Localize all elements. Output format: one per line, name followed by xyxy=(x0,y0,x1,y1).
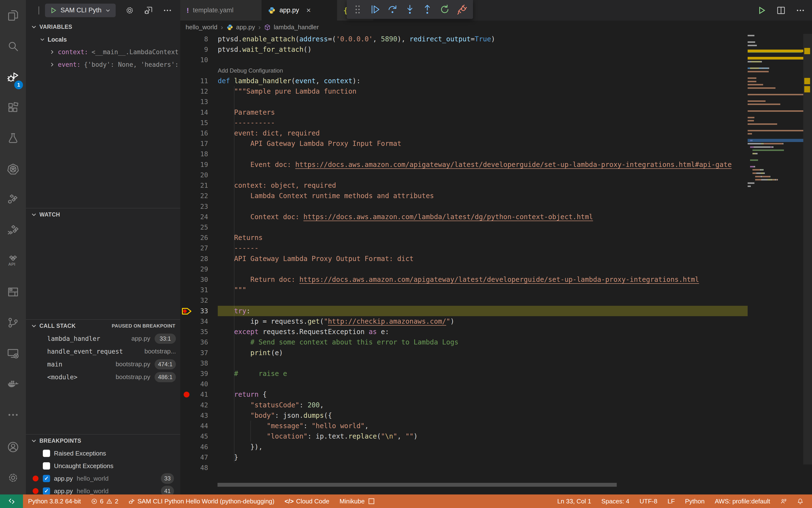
code-line-9[interactable]: 9ptvsd.wait_for_attach() xyxy=(180,44,747,55)
code-line-42[interactable]: 42 "statusCode": 200, xyxy=(180,400,747,410)
code-line-20[interactable]: 20 xyxy=(180,170,747,180)
debug-step-into-button[interactable] xyxy=(402,2,417,17)
code-line-25[interactable]: 25 xyxy=(180,222,747,232)
variables-header[interactable]: VARIABLES xyxy=(26,20,180,33)
debug-restart-button[interactable] xyxy=(437,2,452,17)
gutter[interactable]: 29 xyxy=(180,264,218,274)
code-line-26[interactable]: 26 Returns xyxy=(180,232,747,243)
debug-console-button[interactable] xyxy=(144,6,154,15)
code-line-23[interactable]: 23 xyxy=(180,201,747,212)
watch-header[interactable]: WATCH xyxy=(26,208,180,221)
code-line-22[interactable]: 22 Lambda Context runtime methods and at… xyxy=(180,190,747,201)
status-cursor-position[interactable]: Ln 33, Col 1 xyxy=(552,495,596,508)
status-language[interactable]: Python xyxy=(680,495,710,508)
activity-item-source-control[interactable] xyxy=(0,307,26,338)
gutter[interactable]: 20 xyxy=(180,170,218,180)
code-line-38[interactable]: 38 xyxy=(180,358,747,369)
activity-item-extensions[interactable] xyxy=(0,92,26,123)
breadcrumb-file[interactable]: app.py xyxy=(226,24,255,31)
breadcrumb-folder[interactable]: hello_world xyxy=(185,24,217,31)
code-line-17[interactable]: 17 API Gateway Lambda Proxy Input Format xyxy=(180,138,747,149)
status-eol[interactable]: LF xyxy=(663,495,680,508)
variables-scope-locals[interactable]: Locals xyxy=(26,33,180,46)
checkbox[interactable]: ✓ xyxy=(43,475,50,482)
code-line-16[interactable]: 16 event: dict, required xyxy=(180,128,747,138)
gutter[interactable]: 14 xyxy=(180,107,218,118)
activity-item-cloud-code[interactable] xyxy=(0,184,26,215)
activity-item-containers[interactable] xyxy=(0,277,26,307)
gutter[interactable]: 16 xyxy=(180,128,218,138)
breakpoint-item-33[interactable]: ✓app.pyhello_world33 xyxy=(26,472,180,485)
gutter[interactable]: 22 xyxy=(180,190,218,201)
code-line-28[interactable]: 28 API Gateway Lambda Proxy Output Forma… xyxy=(180,254,747,264)
remote-indicator[interactable] xyxy=(0,495,23,508)
tab-template-yaml[interactable]: ! template.yaml xyxy=(180,0,262,20)
activity-item-explorer[interactable] xyxy=(0,0,26,31)
activity-item-accounts[interactable] xyxy=(0,431,26,462)
gutter[interactable]: 31 xyxy=(180,285,218,295)
close-tab-icon[interactable]: × xyxy=(306,6,311,15)
gutter[interactable]: 13 xyxy=(180,96,218,107)
stack-frame-2[interactable]: mainbootstrap.py474:1 xyxy=(26,358,180,371)
activity-item-remote-explorer[interactable] xyxy=(0,338,26,369)
gutter[interactable]: 37 xyxy=(180,348,218,358)
gutter[interactable]: 39 xyxy=(180,369,218,379)
status-notifications[interactable] xyxy=(792,495,809,508)
gutter[interactable]: 46 xyxy=(180,442,218,452)
gutter[interactable]: 47 xyxy=(180,452,218,463)
code-line-31[interactable]: 31 """ xyxy=(180,285,747,295)
stack-frame-0[interactable]: lambda_handlerapp.py33:1 xyxy=(26,332,180,345)
gutter[interactable]: 38 xyxy=(180,358,218,369)
codelens-add-debug-configuration[interactable]: Add Debug Configuration xyxy=(180,65,747,76)
gutter[interactable]: 23 xyxy=(180,201,218,212)
gutter[interactable]: 24 xyxy=(180,212,218,222)
gutter[interactable]: 36 xyxy=(180,337,218,347)
debug-views-more-button[interactable] xyxy=(163,6,172,15)
code-line-34[interactable]: 34 ip = requests.get("http://checkip.ama… xyxy=(180,316,747,327)
code-line-43[interactable]: 43 "body": json.dumps({ xyxy=(180,410,747,421)
variable-row-event[interactable]: event: {'body': None, 'headers': … xyxy=(26,58,180,71)
code-line-35[interactable]: 35 except requests.RequestException as e… xyxy=(180,327,747,337)
gutter[interactable]: 32 xyxy=(180,295,218,305)
code-line-41[interactable]: 41 return { xyxy=(180,389,747,399)
activity-item-cloud-run[interactable] xyxy=(0,215,26,246)
gutter[interactable]: 33 xyxy=(180,306,218,316)
code-line-10[interactable]: 10 xyxy=(180,55,747,65)
breakpoint-exception-1[interactable]: Uncaught Exceptions xyxy=(26,460,180,472)
code-line-29[interactable]: 29 xyxy=(180,264,747,274)
status-cloud-code[interactable]: </>Cloud Code xyxy=(280,495,334,508)
activity-item-settings[interactable] xyxy=(0,462,26,493)
stack-frame-1[interactable]: handle_event_requestbootstrap... xyxy=(26,345,180,358)
minimap[interactable] xyxy=(747,34,803,203)
activity-item-run-and-debug[interactable]: 1 xyxy=(0,61,26,92)
status-indentation[interactable]: Spaces: 4 xyxy=(596,495,635,508)
launch-config-dropdown[interactable]: SAM CLI Pyth xyxy=(45,4,116,17)
checkbox[interactable]: ✓ xyxy=(43,488,50,495)
breadcrumb-symbol[interactable]: lambda_handler xyxy=(264,24,319,31)
editor-more-button[interactable] xyxy=(796,6,805,15)
code-line-19[interactable]: 19 Event doc: https://docs.aws.amazon.co… xyxy=(180,159,747,170)
breakpoints-header[interactable]: BREAKPOINTS xyxy=(26,434,180,447)
code-line-27[interactable]: 27 ------ xyxy=(180,243,747,253)
code-line-13[interactable]: 13 xyxy=(180,96,747,107)
code-line-21[interactable]: 21 context: object, required xyxy=(180,180,747,190)
gutter[interactable]: 45 xyxy=(180,431,218,441)
activity-item-testing[interactable] xyxy=(0,123,26,154)
checkbox[interactable] xyxy=(43,450,50,457)
gutter[interactable]: 34 xyxy=(180,316,218,327)
status-feedback[interactable] xyxy=(775,495,792,508)
debug-continue-button[interactable] xyxy=(368,2,383,17)
activity-item-api[interactable]: API xyxy=(0,246,26,277)
activity-item-search[interactable] xyxy=(0,31,26,61)
status-minikube[interactable]: Minikube xyxy=(334,495,379,508)
gutter[interactable]: 15 xyxy=(180,118,218,128)
gutter[interactable]: 19 xyxy=(180,159,218,170)
debug-step-out-button[interactable] xyxy=(420,2,435,17)
breakpoint-exception-0[interactable]: Raised Exceptions xyxy=(26,447,180,460)
call-stack-header[interactable]: CALL STACK PAUSED ON BREAKPOINT xyxy=(26,320,180,332)
code-line-37[interactable]: 37 print(e) xyxy=(180,348,747,358)
checkbox[interactable] xyxy=(43,462,50,470)
code-line-14[interactable]: 14 Parameters xyxy=(180,107,747,118)
debug-disconnect-button[interactable] xyxy=(455,2,470,17)
gutter[interactable]: 17 xyxy=(180,138,218,149)
